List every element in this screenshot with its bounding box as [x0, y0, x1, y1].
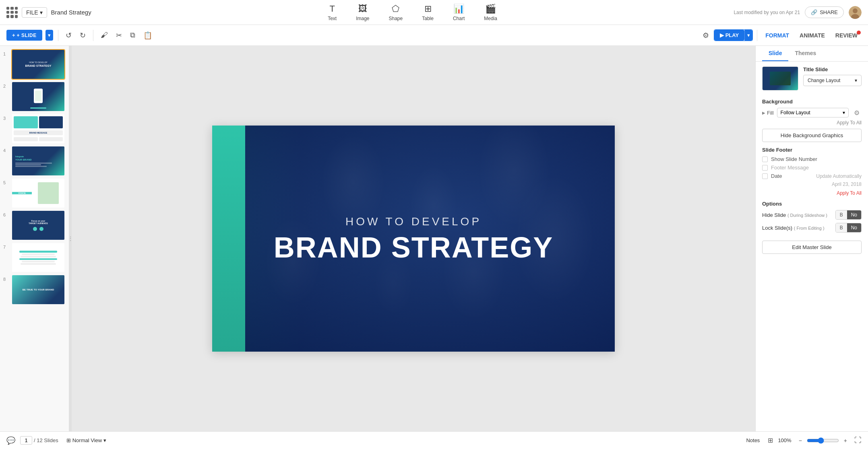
- document-title: Brand Strategy: [51, 9, 91, 16]
- hide-slide-no-option[interactable]: No: [847, 210, 861, 219]
- animate-tab[interactable]: ANIMATE: [796, 30, 829, 41]
- divider-1: [58, 30, 58, 41]
- zoom-out-button[interactable]: −: [796, 436, 804, 445]
- slide-thumb-5[interactable]: 5 VOICE: [3, 178, 66, 208]
- format-tab[interactable]: FORMAT: [761, 30, 793, 41]
- lock-slide-no-option[interactable]: No: [847, 223, 861, 232]
- undo-button[interactable]: ↺: [63, 29, 74, 41]
- thumb-box-2[interactable]: [11, 81, 65, 112]
- footer-section: Slide Footer Show Slide Number Footer Me…: [762, 147, 862, 196]
- avatar[interactable]: [849, 6, 862, 19]
- tool-table[interactable]: ⊞ Table: [419, 2, 437, 23]
- right-tabs: Slide Themes: [756, 46, 868, 62]
- fill-value: Follow Layout: [781, 110, 810, 115]
- fullscreen-icon[interactable]: ⛶: [854, 436, 862, 445]
- text-tool-label: Text: [328, 16, 337, 21]
- hide-background-graphics-button[interactable]: Hide Background Graphics: [762, 129, 862, 142]
- thumb-img-3: BRAND MESSAGE: [12, 114, 64, 143]
- apply-all-link-footer[interactable]: Apply To All: [762, 190, 862, 196]
- slide-thumb-4[interactable]: 4 Integrate YOUR BRAND: [3, 146, 66, 176]
- slide-thumb-8[interactable]: 8 BE TRUE TO YOUR BRAND: [3, 274, 66, 305]
- bottom-bar: 💬 1 / 12 Slides ⊞ Normal View ▾ Notes ⊞ …: [0, 431, 868, 449]
- normal-view-button[interactable]: ⊞ Normal View ▾: [63, 436, 110, 445]
- hide-slide-b-option[interactable]: B: [836, 210, 847, 219]
- paste-button[interactable]: 📋: [141, 29, 155, 41]
- edit-master-slide-button[interactable]: Edit Master Slide: [762, 241, 862, 254]
- main-content: 1 HOW TO DEVELOP BRAND STRATEGY 2: [0, 46, 868, 431]
- thumb-box-4[interactable]: Integrate YOUR BRAND: [11, 146, 65, 176]
- slide-btn-caret[interactable]: ▾: [45, 30, 53, 41]
- slide-title-top: HOW TO DEVELOP: [345, 215, 482, 228]
- slide-thumb-6[interactable]: 6 Focus on yourTARGET AUDIENCE: [3, 210, 66, 241]
- footer-message-row: Footer Message: [762, 165, 862, 171]
- thumb-box-8[interactable]: BE TRUE TO YOUR BRAND: [11, 274, 65, 305]
- app-grid-icon[interactable]: [6, 7, 18, 18]
- lock-slide-text: Lock Slide(s): [762, 225, 792, 231]
- thumb-box-1[interactable]: HOW TO DEVELOP BRAND STRATEGY: [11, 49, 65, 80]
- zoom-in-button[interactable]: +: [841, 436, 849, 445]
- play-label: PLAY: [725, 32, 739, 38]
- file-button[interactable]: FILE ▾: [22, 7, 47, 18]
- add-slide-button[interactable]: + + SLIDE: [6, 30, 42, 41]
- redo-button[interactable]: ↻: [77, 29, 88, 41]
- tool-media[interactable]: 🎬 Media: [481, 2, 500, 23]
- top-bar-left: FILE ▾ Brand Strategy: [6, 7, 91, 18]
- show-slide-number-checkbox[interactable]: [762, 157, 768, 162]
- review-tab[interactable]: REVIEW: [831, 30, 862, 41]
- fill-settings-button[interactable]: ⚙: [852, 108, 862, 117]
- table-view-icon[interactable]: ⊞: [768, 437, 773, 444]
- show-slide-number-label: Show Slide Number: [771, 156, 817, 162]
- tool-text[interactable]: T Text: [324, 2, 340, 23]
- last-modified-text: Last modified by you on Apr 21: [734, 10, 800, 15]
- settings-button[interactable]: ⚙: [700, 29, 711, 41]
- view-icon: ⊞: [66, 437, 71, 443]
- right-panel-content: Title Slide Change Layout ▾ Background ▶…: [756, 62, 868, 431]
- thumb-img-8: BE TRUE TO YOUR BRAND: [12, 275, 64, 304]
- notes-button[interactable]: Notes: [743, 436, 763, 445]
- paint-format-button[interactable]: 🖌: [98, 29, 110, 41]
- copy-button[interactable]: ⧉: [128, 29, 138, 41]
- lock-slide-b-option[interactable]: B: [836, 223, 847, 232]
- thumb1-sub: HOW TO DEVELOP: [29, 61, 47, 64]
- lock-slide-toggle[interactable]: B No: [835, 223, 862, 233]
- tab-slide[interactable]: Slide: [762, 46, 788, 61]
- thumb-img-7: [12, 243, 64, 272]
- file-caret-icon: ▾: [40, 9, 43, 16]
- cut-button[interactable]: ✂: [114, 29, 124, 41]
- thumb-box-6[interactable]: Focus on yourTARGET AUDIENCE: [11, 210, 65, 241]
- thumb-box-7[interactable]: [11, 242, 65, 273]
- play-caret-button[interactable]: ▾: [744, 30, 752, 41]
- slide-total: / 12 Slides: [34, 437, 58, 443]
- fill-dropdown[interactable]: Follow Layout ▾: [777, 108, 849, 117]
- date-checkbox[interactable]: [762, 173, 768, 179]
- slide-thumb-2[interactable]: 2: [3, 81, 66, 112]
- tool-chart[interactable]: 📊 Chart: [450, 2, 468, 23]
- theme-item: Title Slide Change Layout ▾: [762, 66, 862, 94]
- shape-tool-icon: ⬠: [392, 4, 399, 14]
- slide-thumb-1[interactable]: 1 HOW TO DEVELOP BRAND STRATEGY: [3, 49, 66, 80]
- lock-slide-row: Lock Slide(s) ( From Editing ) B No: [762, 223, 862, 233]
- thumb-box-5[interactable]: VOICE: [11, 178, 65, 208]
- slide-num-5: 5: [3, 178, 9, 185]
- media-tool-icon: 🎬: [485, 4, 496, 14]
- change-layout-button[interactable]: Change Layout ▾: [803, 75, 862, 86]
- tool-image[interactable]: 🖼 Image: [353, 2, 372, 23]
- tab-themes[interactable]: Themes: [788, 46, 823, 61]
- thumb1-main: BRAND STRATEGY: [25, 64, 52, 68]
- fill-arrow-icon: ▶: [762, 111, 765, 115]
- tool-shape[interactable]: ⬠ Shape: [386, 2, 406, 23]
- slide-current-input[interactable]: 1: [20, 436, 32, 445]
- slide-thumb-7[interactable]: 7: [3, 242, 66, 273]
- slide-thumb-3[interactable]: 3 BRAND MESSAGE: [3, 113, 66, 144]
- hide-slide-toggle[interactable]: B No: [835, 210, 862, 220]
- slide-content: HOW TO DEVELOP BRAND STRATEGY: [212, 126, 615, 352]
- footer-message-checkbox[interactable]: [762, 165, 768, 171]
- slide-canvas[interactable]: HOW TO DEVELOP BRAND STRATEGY: [212, 126, 615, 352]
- play-button[interactable]: ▶ PLAY: [714, 30, 744, 41]
- thumb-box-3[interactable]: BRAND MESSAGE: [11, 113, 65, 144]
- share-button[interactable]: 🔗 SHARE: [805, 6, 844, 18]
- zoom-level: 100%: [778, 437, 791, 443]
- zoom-slider[interactable]: [807, 437, 839, 444]
- comment-icon[interactable]: 💬: [6, 436, 15, 445]
- table-tool-icon: ⊞: [424, 4, 432, 14]
